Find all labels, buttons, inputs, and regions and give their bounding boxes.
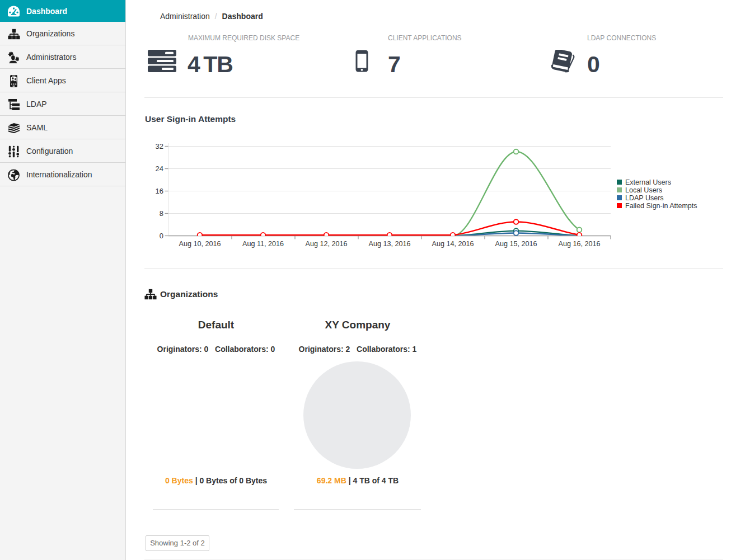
svg-text:Aug 12, 2016: Aug 12, 2016 xyxy=(306,240,348,248)
svg-text:8: 8 xyxy=(160,209,163,218)
svg-text:LDAP Users: LDAP Users xyxy=(625,194,664,202)
svg-text:Aug 15, 2016: Aug 15, 2016 xyxy=(495,240,537,248)
svg-text:Aug 10, 2016: Aug 10, 2016 xyxy=(179,240,221,248)
svg-text:16: 16 xyxy=(156,187,163,195)
svg-text:24: 24 xyxy=(156,164,163,173)
svg-text:Aug 16, 2016: Aug 16, 2016 xyxy=(559,240,601,248)
svg-text:32: 32 xyxy=(156,142,163,150)
svg-text:0: 0 xyxy=(160,232,163,240)
svg-text:External Users: External Users xyxy=(625,178,671,186)
svg-text:Aug 13, 2016: Aug 13, 2016 xyxy=(369,240,411,248)
svg-text:Aug 14, 2016: Aug 14, 2016 xyxy=(432,240,474,248)
svg-text:Local Users: Local Users xyxy=(625,186,662,194)
svg-text:Aug 11, 2016: Aug 11, 2016 xyxy=(242,240,284,248)
svg-text:Failed Sign-in Attempts: Failed Sign-in Attempts xyxy=(625,202,697,210)
